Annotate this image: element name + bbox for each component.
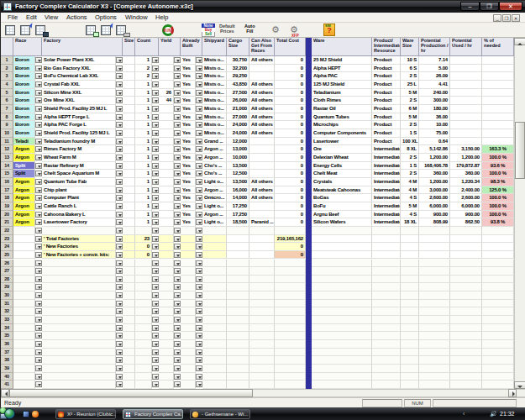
cell-rownum[interactable]: 4	[1, 81, 13, 89]
cell-shipyard[interactable]: Mists o...	[202, 129, 227, 138]
built-dropdown-icon[interactable]	[196, 284, 202, 290]
cell-race[interactable]: Boron	[13, 81, 35, 89]
cell-size[interactable]	[123, 373, 135, 381]
cell-rownum[interactable]: 28	[1, 276, 13, 284]
count-dropdown-icon[interactable]	[152, 163, 159, 169]
factory-dropdown-icon[interactable]	[116, 155, 123, 160]
cell-factory[interactable]	[42, 373, 116, 381]
cell-race[interactable]: Split	[13, 162, 35, 171]
cell-total-cost[interactable]: 0	[275, 251, 306, 260]
factory-dropdown-icon[interactable]	[116, 301, 123, 307]
cell-factory[interactable]	[42, 381, 116, 389]
vertical-scroll-thumb[interactable]	[515, 122, 525, 179]
cell-size[interactable]	[123, 186, 135, 195]
cell-can-also-races[interactable]	[249, 154, 275, 162]
cell-already-built[interactable]: Yes	[181, 186, 196, 195]
factory-dropdown-icon[interactable]	[116, 252, 123, 258]
cell-can-also-races[interactable]	[249, 170, 275, 178]
factory-dropdown-icon[interactable]	[116, 365, 123, 371]
factory-dropdown-icon[interactable]	[116, 219, 123, 225]
print-button[interactable]	[115, 24, 129, 37]
cell-can-also-races[interactable]: All others	[249, 56, 275, 65]
scroll-left-icon[interactable]	[1, 389, 9, 397]
cell-size[interactable]	[123, 89, 135, 97]
cell-can-also-races[interactable]	[249, 291, 275, 300]
cell-shipyard[interactable]: Cho's ...	[202, 162, 227, 171]
cell-yield[interactable]	[159, 243, 174, 251]
cell-size[interactable]	[123, 243, 135, 251]
cell-total-cost[interactable]	[275, 349, 306, 357]
factory-dropdown-icon[interactable]	[116, 163, 123, 169]
cell-factory[interactable]	[42, 316, 116, 324]
cell-shipyard[interactable]: Light o...	[202, 202, 227, 211]
cell-yield[interactable]	[159, 291, 174, 300]
cell-total-cost[interactable]: 0	[275, 89, 306, 97]
cell-yield[interactable]	[159, 324, 174, 333]
cell-shipyard[interactable]	[202, 251, 227, 260]
cell-rownum[interactable]: 39	[1, 365, 13, 373]
yield-dropdown-icon[interactable]	[174, 66, 181, 71]
cell-cargo-size[interactable]: 29,250	[227, 72, 249, 81]
cell-size[interactable]	[123, 365, 135, 373]
cell-race[interactable]: Split	[13, 170, 35, 178]
cell-already-built[interactable]: Yes	[181, 162, 196, 171]
cell-cargo-size[interactable]: 17,250	[227, 211, 249, 219]
cell-shipyard[interactable]	[202, 260, 227, 268]
cell-size[interactable]	[123, 113, 135, 122]
cell-cargo-size[interactable]: 24,000	[227, 129, 249, 138]
cell-shipyard[interactable]: Grand ...	[202, 138, 227, 146]
cell-rownum[interactable]: 30	[1, 291, 13, 300]
cell-cargo-size[interactable]: 26,000	[227, 97, 249, 105]
taskbar-item-factory-complex[interactable]: Factory Complex Ca...	[123, 409, 183, 419]
cell-total-cost[interactable]: 0	[275, 178, 306, 186]
cell-count[interactable]	[135, 332, 152, 340]
column-header-races[interactable]: Can Also Get From Races	[249, 38, 275, 56]
built-dropdown-icon[interactable]	[196, 81, 202, 87]
cell-can-also-races[interactable]	[249, 251, 275, 260]
factory-dropdown-icon[interactable]	[116, 349, 123, 355]
cell-count[interactable]	[135, 307, 152, 316]
count-dropdown-icon[interactable]	[152, 179, 159, 185]
cell-rownum[interactable]: 24	[1, 243, 13, 251]
cell-factory[interactable]	[42, 267, 116, 276]
cell-cargo-size[interactable]	[227, 324, 249, 333]
cell-already-built[interactable]: Yes	[181, 81, 196, 89]
cell-already-built[interactable]: Yes	[181, 56, 196, 65]
cell-cargo-size[interactable]	[227, 267, 249, 276]
cell-rownum[interactable]: 34	[1, 324, 13, 333]
count-dropdown-icon[interactable]	[152, 365, 159, 371]
yield-dropdown-icon[interactable]	[174, 374, 181, 380]
cell-size[interactable]	[123, 138, 135, 146]
export-button[interactable]	[100, 24, 114, 37]
cell-yield[interactable]	[159, 316, 174, 324]
race-dropdown-icon[interactable]	[35, 219, 42, 225]
cell-shipyard[interactable]	[202, 276, 227, 284]
cell-yield[interactable]	[159, 154, 174, 162]
cell-total-cost[interactable]: 0	[275, 65, 306, 73]
count-dropdown-icon[interactable]	[152, 260, 159, 266]
cell-shipyard[interactable]: Mists o...	[202, 97, 227, 105]
cell-yield[interactable]	[159, 162, 174, 171]
cell-already-built[interactable]	[181, 340, 196, 349]
race-dropdown-icon[interactable]	[35, 260, 42, 266]
cell-already-built[interactable]: Yes	[181, 65, 196, 73]
cell-count[interactable]: 1	[135, 154, 152, 162]
yield-dropdown-icon[interactable]	[174, 195, 181, 201]
cell-cargo-size[interactable]: 10,000	[227, 154, 249, 162]
cell-cargo-size[interactable]	[227, 332, 249, 340]
cell-rownum[interactable]: 3	[1, 72, 13, 81]
built-dropdown-icon[interactable]	[196, 374, 202, 380]
cell-size[interactable]	[123, 251, 135, 260]
cell-total-cost[interactable]	[275, 300, 306, 308]
factory-dropdown-icon[interactable]	[116, 268, 123, 274]
column-header-size[interactable]: Size	[123, 38, 135, 56]
cell-total-cost[interactable]: 0	[275, 186, 306, 195]
built-dropdown-icon[interactable]	[196, 195, 202, 201]
cell-yield[interactable]	[159, 267, 174, 276]
cell-total-cost[interactable]: 219,165,162	[275, 235, 306, 244]
yield-dropdown-icon[interactable]	[174, 179, 181, 185]
cell-can-also-races[interactable]	[249, 235, 275, 244]
cell-size[interactable]	[123, 260, 135, 268]
cell-race[interactable]	[13, 324, 35, 333]
yield-dropdown-icon[interactable]	[174, 260, 181, 266]
